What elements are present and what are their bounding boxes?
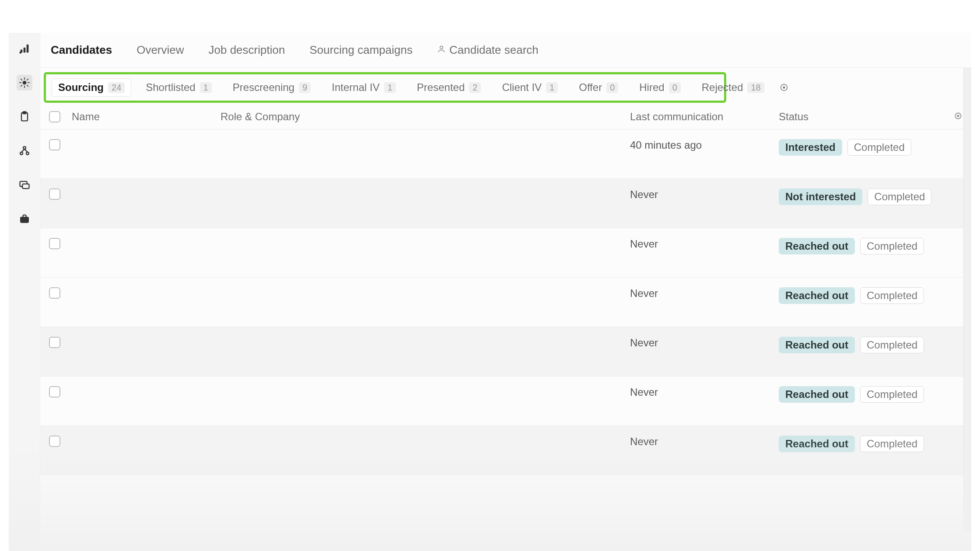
stage-count: 18 bbox=[747, 82, 764, 93]
tab-job-description[interactable]: Job description bbox=[209, 43, 285, 57]
cell-status: Reached outCompleted bbox=[779, 337, 962, 353]
stage-label: Hired bbox=[639, 81, 664, 94]
svg-point-16 bbox=[20, 152, 23, 155]
status-badge-primary[interactable]: Reached out bbox=[779, 337, 855, 353]
status-badge-secondary[interactable]: Completed bbox=[860, 238, 924, 255]
th-role[interactable]: Role & Company bbox=[220, 111, 630, 123]
status-badge-secondary[interactable]: Completed bbox=[860, 436, 924, 452]
stage-client-iv[interactable]: Client IV 1 bbox=[496, 79, 564, 96]
status-badge-primary[interactable]: Reached out bbox=[779, 436, 855, 452]
briefcase-icon[interactable] bbox=[17, 211, 32, 227]
stage-sourcing[interactable]: Sourcing 24 bbox=[52, 79, 131, 96]
row-checkbox[interactable] bbox=[49, 287, 60, 299]
table-header: Name Role & Company Last communication S… bbox=[40, 105, 971, 129]
tab-candidates[interactable]: Candidates bbox=[51, 43, 112, 57]
table-row[interactable]: NeverNot interestedCompleted bbox=[40, 179, 971, 228]
person-icon bbox=[437, 45, 446, 56]
stage-internal-iv[interactable]: Internal IV 1 bbox=[326, 79, 402, 96]
cell-last-communication: Never bbox=[630, 238, 779, 250]
status-badge-primary[interactable]: Reached out bbox=[779, 238, 855, 255]
svg-point-23 bbox=[440, 46, 443, 49]
tab-label: Candidates bbox=[51, 43, 112, 57]
row-checkbox[interactable] bbox=[49, 188, 60, 200]
status-badge-secondary[interactable]: Completed bbox=[868, 188, 931, 205]
svg-line-19 bbox=[24, 149, 28, 152]
status-badge-primary[interactable]: Reached out bbox=[779, 287, 855, 304]
status-badge-secondary[interactable]: Completed bbox=[860, 337, 924, 353]
cell-status: Reached outCompleted bbox=[779, 386, 962, 403]
stage-label: Sourcing bbox=[58, 81, 104, 94]
svg-rect-2 bbox=[26, 45, 28, 53]
stage-offer[interactable]: Offer 0 bbox=[573, 79, 624, 96]
row-checkbox[interactable] bbox=[49, 139, 60, 150]
stage-label: Offer bbox=[579, 81, 602, 94]
org-icon[interactable] bbox=[17, 143, 32, 159]
svg-rect-22 bbox=[20, 217, 28, 223]
stage-bar: Sourcing 24 Shortlisted 1 Prescreening 9… bbox=[44, 72, 726, 103]
svg-line-9 bbox=[21, 79, 22, 80]
stage-label: Client IV bbox=[502, 81, 542, 94]
th-status[interactable]: Status bbox=[779, 111, 808, 123]
svg-point-3 bbox=[19, 52, 21, 54]
svg-point-4 bbox=[23, 81, 26, 84]
status-badge-secondary[interactable]: Completed bbox=[847, 139, 911, 156]
stage-count: 9 bbox=[299, 82, 311, 93]
svg-point-17 bbox=[26, 152, 29, 155]
svg-line-12 bbox=[27, 79, 28, 80]
stage-count: 1 bbox=[546, 82, 558, 93]
stage-count: 1 bbox=[200, 82, 212, 93]
table-row[interactable]: NeverReached outCompleted bbox=[40, 426, 971, 475]
table-row[interactable]: NeverReached outCompleted bbox=[40, 228, 971, 278]
table-row[interactable]: NeverReached outCompleted bbox=[40, 327, 971, 377]
stage-label: Prescreening bbox=[233, 81, 294, 94]
table-row[interactable]: NeverReached outCompleted bbox=[40, 278, 971, 327]
tab-overview[interactable]: Overview bbox=[136, 43, 184, 57]
messages-icon[interactable] bbox=[17, 177, 32, 193]
status-badge-primary[interactable]: Interested bbox=[779, 139, 842, 156]
cell-last-communication: Never bbox=[630, 386, 779, 398]
select-all-checkbox[interactable] bbox=[49, 111, 60, 122]
svg-point-25 bbox=[783, 87, 785, 88]
status-badge-secondary[interactable]: Completed bbox=[860, 287, 924, 304]
stage-presented[interactable]: Presented 2 bbox=[411, 79, 487, 96]
svg-line-18 bbox=[21, 149, 24, 152]
row-checkbox[interactable] bbox=[49, 386, 60, 398]
stage-count: 0 bbox=[606, 82, 618, 93]
stage-rejected[interactable]: Rejected 18 bbox=[696, 79, 770, 96]
th-last[interactable]: Last communication bbox=[630, 111, 779, 123]
cell-status: Not interestedCompleted bbox=[779, 188, 962, 205]
tab-candidate-search[interactable]: Candidate search bbox=[437, 43, 539, 57]
row-checkbox[interactable] bbox=[49, 436, 60, 447]
cell-status: Reached outCompleted bbox=[779, 436, 962, 452]
clipboard-icon[interactable] bbox=[17, 109, 32, 125]
cell-last-communication: 40 minutes ago bbox=[630, 139, 779, 151]
table-row[interactable]: NeverReached outCompleted bbox=[40, 377, 971, 426]
main: Candidates Overview Job description Sour… bbox=[40, 33, 971, 551]
stage-label: Internal IV bbox=[332, 81, 379, 94]
th-name[interactable]: Name bbox=[72, 111, 220, 123]
status-badge-primary[interactable]: Not interested bbox=[779, 188, 862, 205]
row-checkbox[interactable] bbox=[49, 238, 60, 249]
svg-point-27 bbox=[957, 115, 959, 116]
scrollbar-track[interactable] bbox=[963, 68, 971, 531]
table-row[interactable]: 40 minutes agoInterestedCompleted bbox=[40, 129, 971, 179]
row-checkbox[interactable] bbox=[49, 337, 60, 348]
cell-last-communication: Never bbox=[630, 337, 779, 349]
status-badge-secondary[interactable]: Completed bbox=[860, 386, 924, 403]
stage-count: 1 bbox=[384, 82, 396, 93]
stage-label: Presented bbox=[417, 81, 465, 94]
tab-sourcing-campaigns[interactable]: Sourcing campaigns bbox=[309, 43, 413, 57]
status-badge-primary[interactable]: Reached out bbox=[779, 386, 855, 403]
svg-line-11 bbox=[21, 85, 22, 87]
stage-bar-wrap: Sourcing 24 Shortlisted 1 Prescreening 9… bbox=[40, 68, 971, 105]
logo-icon[interactable] bbox=[17, 41, 32, 56]
cell-status: InterestedCompleted bbox=[779, 139, 962, 156]
stage-hired[interactable]: Hired 0 bbox=[633, 79, 686, 96]
stage-prescreening[interactable]: Prescreening 9 bbox=[227, 79, 317, 96]
top-tabs: Candidates Overview Job description Sour… bbox=[40, 33, 971, 68]
burst-icon[interactable] bbox=[17, 75, 32, 91]
stage-settings-icon[interactable] bbox=[779, 83, 789, 92]
stage-shortlisted[interactable]: Shortlisted 1 bbox=[140, 79, 218, 96]
tab-label: Overview bbox=[136, 43, 184, 57]
column-settings-icon[interactable] bbox=[954, 111, 962, 123]
